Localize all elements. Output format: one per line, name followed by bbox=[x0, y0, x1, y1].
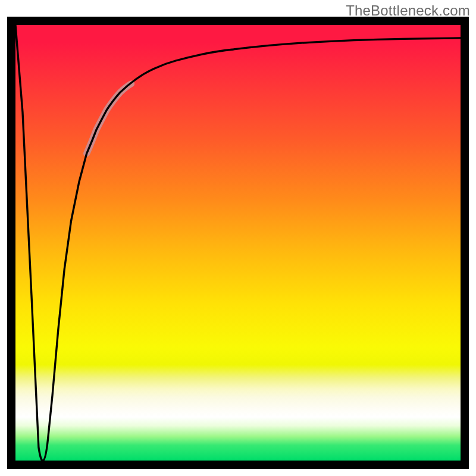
chart-svg bbox=[15, 25, 461, 461]
attribution-text: TheBottleneck.com bbox=[346, 2, 470, 19]
chart-frame bbox=[7, 17, 469, 469]
curve-path bbox=[15, 25, 461, 461]
highlight-segment bbox=[87, 84, 131, 154]
chart-container: TheBottleneck.com bbox=[0, 0, 476, 476]
